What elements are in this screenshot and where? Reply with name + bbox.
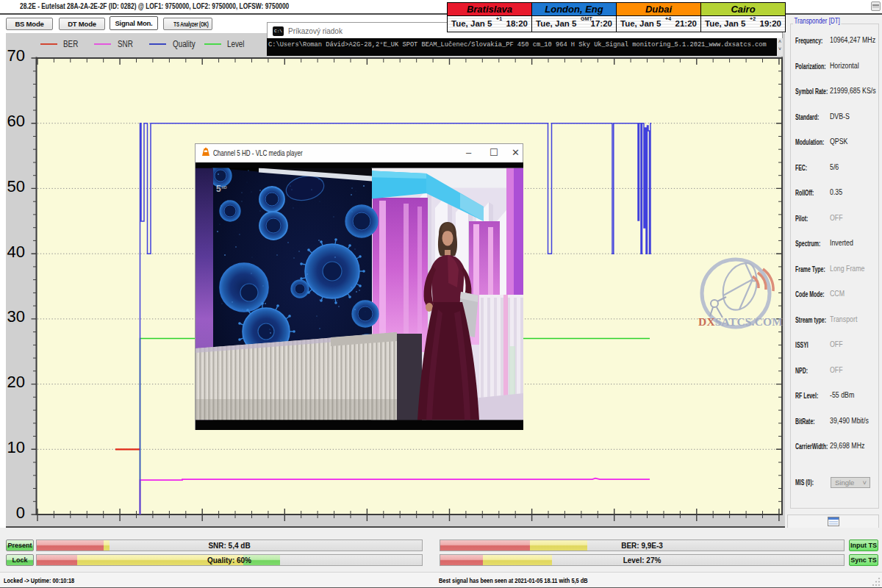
svg-text:DXSATCS.COM: DXSATCS.COM bbox=[698, 315, 783, 328]
svg-text:HD: HD bbox=[222, 185, 228, 190]
svg-text:5: 5 bbox=[216, 184, 221, 194]
